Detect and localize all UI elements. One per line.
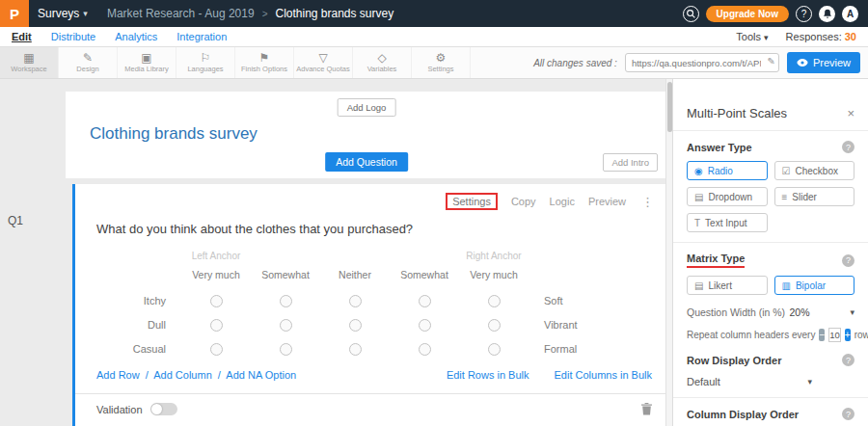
- answer-type-checkbox[interactable]: ☑ Checkbox: [774, 161, 855, 180]
- separator: /: [146, 369, 149, 381]
- responses-counter[interactable]: Responses: 30: [786, 31, 856, 42]
- scrollbar-thumb[interactable]: [667, 82, 672, 132]
- edit-url-pencil-icon[interactable]: ✎: [767, 56, 774, 67]
- checkbox-icon: ☑: [782, 166, 791, 176]
- app-window: P Surveys ▾ Market Research - Aug 2019 >…: [0, 0, 868, 426]
- question-logic-action[interactable]: Logic: [550, 196, 575, 207]
- radio-option[interactable]: [280, 295, 292, 307]
- add-row-link[interactable]: Add Row: [96, 369, 140, 381]
- validation-toggle[interactable]: [150, 403, 177, 415]
- row-display-order-select[interactable]: Default ▾: [687, 376, 854, 387]
- menu-item-edit[interactable]: Edit: [12, 31, 32, 42]
- radio-option[interactable]: [488, 295, 501, 307]
- edit-rows-bulk-link[interactable]: Edit Rows in Bulk: [447, 369, 529, 381]
- toolbar-label: Finish Options: [241, 65, 287, 73]
- menu-item-distribute[interactable]: Distribute: [51, 31, 95, 42]
- upgrade-now-button[interactable]: Upgrade Now: [706, 6, 789, 22]
- decrement-button[interactable]: −: [819, 329, 825, 341]
- radio-option[interactable]: [419, 295, 431, 307]
- finish-options-icon: ⚑: [259, 52, 270, 64]
- radio-icon: ◉: [694, 166, 703, 176]
- breadcrumb-project[interactable]: Market Research - Aug 2019: [107, 7, 255, 20]
- breadcrumb-survey: Clothing brands survey: [275, 7, 393, 20]
- answer-type-text-input[interactable]: T Text Input: [687, 213, 768, 232]
- row-display-order-value: Default: [687, 376, 720, 387]
- tools-dropdown[interactable]: Tools ▾: [736, 31, 768, 42]
- radio-option[interactable]: [349, 319, 362, 332]
- toolbar-item-workspace[interactable]: ▦ Workspace: [0, 47, 59, 78]
- survey-title[interactable]: Clothing brands survey: [90, 124, 258, 144]
- radio-option[interactable]: [488, 319, 501, 332]
- radio-option[interactable]: [419, 319, 431, 332]
- matrix-type-label: Matrix Type: [687, 253, 745, 268]
- column-display-order-label: Column Display Order: [687, 409, 799, 420]
- answer-type-radio[interactable]: ◉ Radio: [687, 161, 768, 180]
- preview-button[interactable]: Preview: [787, 52, 860, 73]
- radio-option[interactable]: [349, 343, 362, 356]
- help-icon[interactable]: ?: [796, 6, 812, 22]
- toolbar-item-media-library[interactable]: ▣ Media Library: [118, 47, 176, 78]
- avatar[interactable]: A: [842, 6, 858, 22]
- toolbar-item-variables[interactable]: ◇ Variables: [353, 47, 412, 78]
- radio-option[interactable]: [419, 343, 431, 356]
- question-text[interactable]: What do you think about the clothes that…: [96, 222, 667, 236]
- matrix-column-header: Somewhat: [390, 269, 459, 289]
- row-right-label: Vibrant: [529, 313, 635, 337]
- increment-button[interactable]: +: [845, 329, 851, 341]
- answer-type-slider[interactable]: ≡ Slider: [774, 187, 855, 206]
- answer-type-options: ◉ Radio ☑ Checkbox ▤ Dropdown ≡ Slider T: [687, 161, 854, 232]
- help-icon[interactable]: ?: [842, 254, 854, 267]
- menu-item-analytics[interactable]: Analytics: [115, 31, 157, 42]
- toolbar-item-finish-options[interactable]: ⚑ Finish Options: [235, 47, 294, 78]
- survey-url-input[interactable]: [625, 53, 779, 72]
- radio-option[interactable]: [280, 319, 292, 332]
- radio-option[interactable]: [210, 319, 223, 332]
- toolbar-item-languages[interactable]: ⚐ Languages: [176, 47, 235, 78]
- separator: /: [218, 369, 221, 381]
- vertical-scrollbar[interactable]: [665, 79, 672, 426]
- panel-title: Multi-Point Scales: [687, 106, 787, 120]
- menu-item-integration[interactable]: Integration: [176, 31, 227, 42]
- more-options-icon[interactable]: ⋮: [641, 195, 654, 209]
- radio-option[interactable]: [488, 343, 501, 356]
- toolbar-item-design[interactable]: ✎ Design: [59, 47, 118, 78]
- radio-option[interactable]: [349, 295, 362, 307]
- notifications-bell-icon[interactable]: [819, 6, 835, 22]
- menu-bar: Edit Distribute Analytics Integration To…: [0, 27, 868, 47]
- radio-option[interactable]: [210, 295, 223, 307]
- breadcrumb-separator: >: [262, 9, 268, 19]
- help-icon[interactable]: ?: [842, 141, 854, 153]
- question-preview-action[interactable]: Preview: [588, 196, 626, 207]
- help-icon[interactable]: ?: [842, 408, 854, 420]
- close-icon[interactable]: ×: [847, 106, 854, 120]
- search-icon[interactable]: [683, 6, 699, 22]
- row-left-label: Casual: [96, 337, 181, 361]
- radio-option[interactable]: [280, 343, 292, 356]
- add-column-link[interactable]: Add Column: [153, 369, 212, 381]
- languages-icon: ⚐: [201, 52, 211, 64]
- repeat-headers-value[interactable]: 10: [828, 328, 841, 342]
- radio-option[interactable]: [210, 343, 223, 356]
- question-width-select[interactable]: 20%: [789, 306, 809, 318]
- toolbar-item-settings[interactable]: ⚙ Settings: [412, 47, 471, 78]
- questionpro-logo-icon[interactable]: P: [0, 0, 29, 27]
- surveys-dropdown[interactable]: Surveys ▾: [38, 7, 88, 20]
- add-logo-button[interactable]: Add Logo: [338, 98, 396, 117]
- matrix-type-likert[interactable]: ▤ Likert: [687, 276, 768, 295]
- question-card: Settings Copy Logic Preview ⋮ What do yo…: [72, 184, 667, 426]
- matrix-type-bipolar[interactable]: ▥ Bipolar: [774, 276, 855, 295]
- delete-question-trash-icon[interactable]: [641, 403, 652, 415]
- help-icon[interactable]: ?: [842, 354, 854, 366]
- topbar-actions: Upgrade Now ? A: [683, 6, 868, 22]
- add-question-button[interactable]: Add Question: [325, 152, 408, 172]
- add-intro-button[interactable]: Add Intro: [603, 153, 658, 172]
- row-left-label: Dull: [96, 313, 181, 337]
- toolbar-item-advance-quotas[interactable]: ▽ Advance Quotas: [294, 47, 353, 78]
- matrix-column-header: Somewhat: [251, 269, 320, 289]
- question-copy-action[interactable]: Copy: [511, 196, 536, 207]
- add-na-option-link[interactable]: Add NA Option: [226, 369, 296, 381]
- answer-type-dropdown[interactable]: ▤ Dropdown: [687, 187, 768, 206]
- chevron-down-icon[interactable]: ▾: [850, 307, 854, 317]
- edit-columns-bulk-link[interactable]: Edit Columns in Bulk: [555, 369, 653, 381]
- question-settings-action[interactable]: Settings: [446, 193, 498, 210]
